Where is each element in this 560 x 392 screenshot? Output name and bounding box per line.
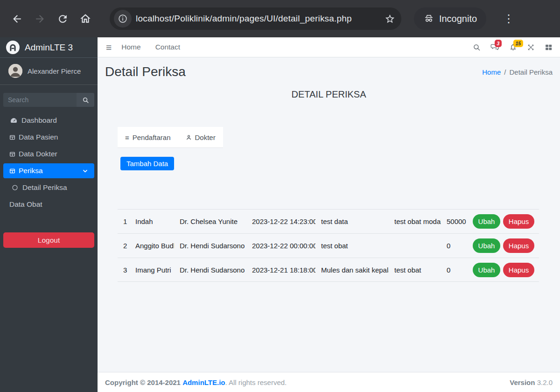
ubah-button[interactable]: Ubah xyxy=(473,263,500,277)
home-icon xyxy=(79,13,91,25)
breadcrumb-separator: / xyxy=(504,68,506,76)
detail-periksa-table: 1 Indah Dr. Chelsea Yunite 2023-12-22 14… xyxy=(118,209,539,282)
cell-dokter: Dr. Hendi Sudarsono xyxy=(174,266,246,274)
sidebar-search xyxy=(3,93,94,107)
cell-dokter: Dr. Chelsea Yunite xyxy=(174,217,246,225)
incognito-badge: Incognito xyxy=(414,7,486,30)
nav-link-home[interactable]: Home xyxy=(121,43,140,51)
address-bar[interactable]: localhost/Poliklinik/admin/pages/UI/deta… xyxy=(110,7,401,30)
cell-harga: 0 xyxy=(441,242,468,250)
hapus-button[interactable]: Hapus xyxy=(503,238,534,253)
cell-obat: test obat xyxy=(389,266,441,274)
section-heading: DETAIL PERIKSA xyxy=(98,89,560,100)
sidebar-item-label: Periksa xyxy=(19,167,43,175)
chevron-down-icon xyxy=(82,168,88,174)
cell-keluhan: test data xyxy=(315,217,389,225)
user-icon xyxy=(186,134,192,140)
tabs: ≡ Pendaftaran Dokter xyxy=(118,127,223,148)
incognito-label: Incognito xyxy=(439,14,477,24)
cell-pasien: Imang Putri xyxy=(130,266,174,274)
reload-icon xyxy=(57,13,69,25)
tab-label: Dokter xyxy=(195,133,216,141)
fullscreen-icon[interactable] xyxy=(527,43,535,51)
top-navbar: ≡ Home Contact 3 15 xyxy=(98,37,560,57)
messages-icon[interactable]: 3 xyxy=(490,43,499,51)
cell-tanggal: 2023-12-22 14:23:00 xyxy=(246,217,315,225)
forward-icon xyxy=(34,13,46,25)
sidebar-item-data-pasien[interactable]: Data Pasien xyxy=(3,129,94,146)
sidebar-item-detail-periksa[interactable]: Detail Periksa xyxy=(3,179,94,196)
breadcrumb-home-link[interactable]: Home xyxy=(482,68,501,76)
bookmark-star-icon[interactable] xyxy=(385,14,395,24)
cell-no: 3 xyxy=(118,266,130,274)
adminlte-link[interactable]: AdminLTE.io xyxy=(182,378,225,386)
breadcrumb: Home / Detail Periksa xyxy=(482,68,553,76)
home-button[interactable] xyxy=(75,8,96,29)
list-icon: ≡ xyxy=(125,133,129,141)
user-name[interactable]: Alexander Pierce xyxy=(28,67,81,75)
notifications-icon[interactable]: 15 xyxy=(509,43,517,51)
browser-toolbar: localhost/Poliklinik/admin/pages/UI/deta… xyxy=(0,0,560,37)
circle-icon xyxy=(12,184,18,191)
ubah-button[interactable]: Ubah xyxy=(473,238,500,253)
cell-dokter: Dr. Hendi Sudarsono xyxy=(174,242,246,250)
nav-link-contact[interactable]: Contact xyxy=(155,43,180,51)
sidebar-nav: Dashboard Data Pasien Data Dokter Periks… xyxy=(3,112,94,213)
adminlte-logo-icon xyxy=(6,41,20,54)
forward-button[interactable] xyxy=(29,8,50,29)
reload-button[interactable] xyxy=(52,8,73,29)
brand[interactable]: AdminLTE 3 xyxy=(0,37,98,58)
table-row: 1 Indah Dr. Chelsea Yunite 2023-12-22 14… xyxy=(118,209,539,233)
sidebar-item-dashboard[interactable]: Dashboard xyxy=(3,112,94,129)
cell-obat: test obat modal xyxy=(389,217,441,225)
sidebar-item-label: Data Obat xyxy=(9,200,42,209)
site-info-icon[interactable] xyxy=(114,10,132,28)
search-icon xyxy=(82,97,89,104)
url-text[interactable]: localhost/Poliklinik/admin/pages/UI/deta… xyxy=(136,14,352,24)
cell-pasien: Anggito Budhi xyxy=(130,242,174,250)
hamburger-icon[interactable]: ≡ xyxy=(106,42,112,52)
browser-menu-button[interactable]: ⋮ xyxy=(498,8,519,29)
table-icon xyxy=(9,168,15,174)
hapus-button[interactable]: Hapus xyxy=(503,214,534,229)
hapus-button[interactable]: Hapus xyxy=(503,263,534,277)
cell-pasien: Indah xyxy=(130,217,174,225)
back-button[interactable] xyxy=(7,8,27,29)
grid-icon[interactable] xyxy=(545,43,553,51)
sidebar-item-data-dokter[interactable]: Data Dokter xyxy=(3,146,94,162)
copyright-suffix: . All rights reserved. xyxy=(225,378,287,386)
page-title: Detail Periksa xyxy=(105,64,186,79)
tab-dokter[interactable]: Dokter xyxy=(178,127,223,147)
sidebar-search-input[interactable] xyxy=(3,93,77,107)
sidebar-item-periksa[interactable]: Periksa xyxy=(3,163,94,178)
tab-label: Pendaftaran xyxy=(133,133,171,141)
cell-no: 1 xyxy=(118,217,130,225)
table-row: 2 Anggito Budhi Dr. Hendi Sudarsono 2023… xyxy=(118,233,539,258)
version-label: Version xyxy=(510,378,535,386)
cell-harga: 50000 xyxy=(441,217,468,225)
notifications-badge: 15 xyxy=(513,40,523,47)
avatar[interactable] xyxy=(8,64,22,78)
sidebar-item-data-obat[interactable]: Data Obat xyxy=(3,196,94,213)
navbar-search-icon[interactable] xyxy=(473,43,481,51)
tambah-data-button[interactable]: Tambah Data xyxy=(120,157,174,170)
tab-pendaftaran[interactable]: ≡ Pendaftaran xyxy=(118,127,178,147)
back-icon xyxy=(11,13,23,25)
logout-button[interactable]: Logout xyxy=(3,232,94,248)
cell-harga: 0 xyxy=(441,266,468,274)
footer: Copyright © 2014-2021 AdminLTE.io. All r… xyxy=(98,372,560,392)
user-panel: Alexander Pierce xyxy=(0,58,98,85)
sidebar-item-label: Data Pasien xyxy=(19,133,58,141)
cell-keluhan: test obat xyxy=(315,242,389,250)
sidebar-item-label: Detail Periksa xyxy=(22,183,67,192)
brand-text: AdminLTE 3 xyxy=(25,42,73,53)
ubah-button[interactable]: Ubah xyxy=(473,214,500,229)
cell-tanggal: 2023-12-21 18:18:00 xyxy=(246,266,315,274)
sidebar-item-label: Dashboard xyxy=(21,116,57,125)
content-area: Detail Periksa Home / Detail Periksa DET… xyxy=(98,57,560,372)
copyright-text: Copyright © 2014-2021 xyxy=(105,378,181,386)
tachometer-icon xyxy=(9,116,18,125)
cell-keluhan: Mules dan sakit kepala xyxy=(315,266,389,274)
sidebar-search-button[interactable] xyxy=(77,93,94,107)
sidebar-item-label: Data Dokter xyxy=(19,150,57,158)
